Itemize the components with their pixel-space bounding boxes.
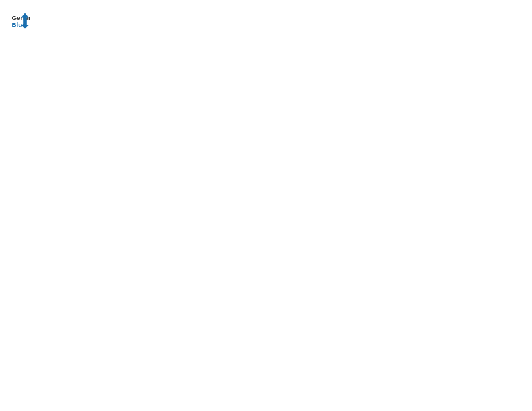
logo: General Blue xyxy=(11,11,32,30)
logo-icon: General Blue xyxy=(11,11,30,30)
header: General Blue xyxy=(11,11,521,30)
